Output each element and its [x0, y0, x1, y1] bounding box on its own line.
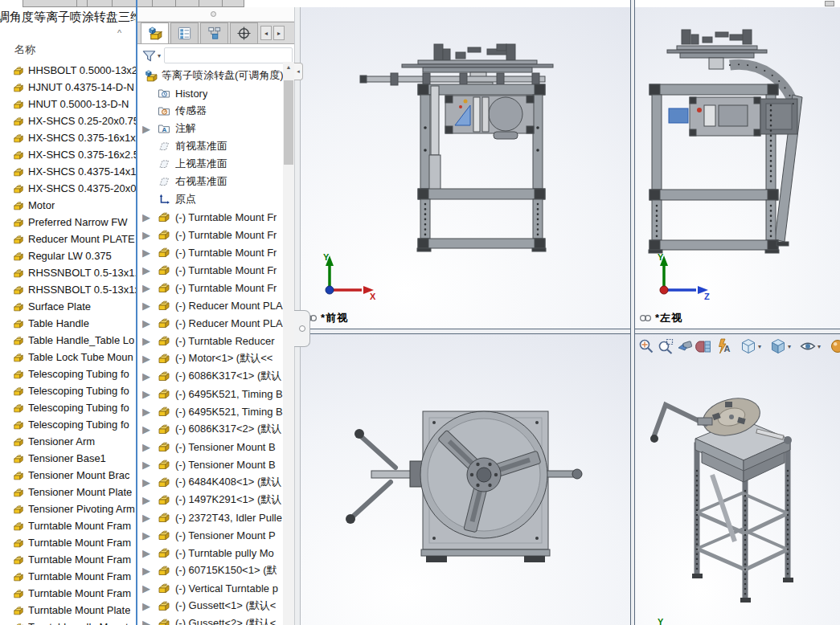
viewport-disc-view[interactable] [301, 334, 630, 625]
tree-item[interactable]: ▶ (-) 1497K291<1> (默认 [137, 491, 283, 509]
expand-arrow-icon[interactable]: ▶ [142, 388, 150, 400]
tab-scroll-right-button[interactable]: ▸ [273, 26, 285, 40]
expand-arrow-icon[interactable]: ▶ [142, 547, 150, 559]
pane-splitter-handle[interactable] [294, 310, 310, 347]
file-list-item[interactable]: Motor [0, 197, 136, 214]
panel-collapse-arrow[interactable]: ◂ [294, 63, 303, 80]
tree-item[interactable]: ▶ (-) Tensioner Mount B [137, 438, 283, 455]
display-style-icon[interactable] [768, 337, 788, 356]
file-list-item[interactable]: RHSSNBOLT 0.5-13x1.5 [0, 264, 136, 281]
file-list-item[interactable]: Table Lock Tube Moun [0, 349, 136, 366]
file-list-item[interactable]: Tensioner Arm [0, 433, 136, 450]
tree-item[interactable]: ▶ 传感器 [137, 102, 283, 120]
scrollbar-thumb[interactable] [284, 80, 293, 165]
file-list-item[interactable]: HJNUT 0.4375-14-D-N [0, 79, 136, 96]
scrollbar-up-arrow-icon[interactable]: ▲ [283, 62, 294, 73]
expand-arrow-icon[interactable]: ▶ [142, 247, 150, 259]
tree-item[interactable]: ▶ (-) Turntable Mount Fr [137, 279, 283, 296]
file-list-item[interactable]: Reducer Mount PLATE [0, 231, 136, 247]
file-list-item[interactable]: Turntable Mount Fram [0, 551, 136, 568]
viewport-isometric-view[interactable]: A ▾ ▾ ▾ [635, 334, 840, 625]
tree-item[interactable]: ▶ (-) Motor<1> (默认<< [137, 349, 283, 367]
file-list-item[interactable]: Regular LW 0.375 [0, 247, 136, 264]
expand-arrow-icon[interactable]: ▶ [142, 353, 150, 365]
zoom-to-area-icon[interactable] [656, 337, 675, 356]
hide-show-items-icon[interactable] [798, 337, 817, 356]
tree-item[interactable]: ▶ (-) Turntable Mount Fr [137, 208, 283, 226]
collapse-chevron-icon[interactable]: ^ [117, 28, 121, 38]
viewport-front-view[interactable]: Y X *前视 [301, 7, 630, 329]
tree-item[interactable]: ▶ (-) 60715K150<1> (默 [137, 562, 283, 579]
assembly-root-node[interactable]: 等离子喷涂转盘(可调角度) (默认 [137, 67, 283, 84]
tree-item[interactable]: ▶ (-) 6086K317<1> (默认 [137, 367, 283, 385]
tree-item[interactable]: ▶ (-) 2372T43, Idler Pulle [137, 509, 283, 526]
file-list-item[interactable]: Tensioner Mount Brac [0, 467, 136, 484]
tree-item[interactable]: ▶ (-) Turntable Mount Fr [137, 261, 283, 279]
panel-splitter-grip[interactable] [211, 11, 216, 17]
tab-displaymanager[interactable] [170, 22, 199, 43]
tree-item[interactable]: ▶ 上视基准面 [137, 155, 283, 173]
expand-arrow-icon[interactable]: ▶ [142, 123, 150, 135]
tree-item[interactable]: ▶ 注解 [137, 120, 283, 137]
file-list-item[interactable]: HX-SHCS 0.4375-14x1x [0, 163, 136, 180]
tab-configurationmanager[interactable] [200, 22, 228, 43]
file-list-item[interactable]: Turntable pully Mount [0, 619, 136, 625]
filter-input[interactable] [164, 47, 293, 63]
tab-scroll-left-button[interactable]: ◂ [260, 26, 272, 40]
expand-arrow-icon[interactable]: ▶ [142, 211, 150, 223]
expand-arrow-icon[interactable]: ▶ [142, 423, 150, 435]
tree-item[interactable]: ▶ (-) Turntable Mount Fr [137, 226, 283, 243]
tree-item[interactable]: ▶ (-) Turntable Mount Fr [137, 243, 283, 261]
tree-item[interactable]: ▶ History [137, 84, 283, 102]
isometric-model-drawing[interactable] [635, 334, 840, 625]
tree-item[interactable]: ▶ (-) Vertical Turntable p [137, 579, 283, 597]
tree-item[interactable]: ▶ (-) Reducer Mount PLA [137, 296, 283, 314]
tree-vertical-scrollbar[interactable]: ▲ [283, 62, 294, 625]
file-list-item[interactable]: Telescoping Tubing fo [0, 382, 136, 399]
filter-dropdown-arrow[interactable]: ▾ [158, 52, 161, 59]
expand-arrow-icon[interactable]: ▶ [142, 494, 150, 506]
expand-arrow-icon[interactable]: ▶ [142, 264, 150, 276]
file-list-item[interactable]: Turntable Mount Plate [0, 602, 136, 619]
expand-arrow-icon[interactable]: ▶ [142, 441, 150, 453]
viewport-left-view[interactable]: Y Z *左视 [635, 7, 840, 329]
name-column-header[interactable]: 名称 [14, 43, 35, 57]
tree-item[interactable]: ▶ (-) 6495K521, Timing B [137, 385, 283, 402]
disc-view-model-drawing[interactable] [301, 334, 630, 625]
expand-arrow-icon[interactable]: ▶ [142, 476, 150, 488]
file-list-item[interactable]: Preferred Narrow FW [0, 214, 136, 231]
expand-arrow-icon[interactable]: ▶ [142, 529, 150, 541]
expand-arrow-icon[interactable]: ▶ [142, 317, 150, 329]
expand-arrow-icon[interactable]: ▶ [142, 582, 150, 594]
tab-featuremanager[interactable] [141, 22, 169, 43]
tree-item[interactable]: ▶ (-) 6086K317<2> (默认 [137, 420, 283, 438]
tree-item[interactable]: ▶ (-) Tensioner Mount P [137, 526, 283, 544]
expand-arrow-icon[interactable]: ▶ [142, 459, 150, 471]
tab-dimxpertmanager[interactable] [230, 22, 258, 43]
tree-item[interactable]: ▶ (-) Turntable Reducer [137, 332, 283, 349]
expand-arrow-icon[interactable]: ▶ [142, 565, 150, 577]
file-list-item[interactable]: HNUT 0.5000-13-D-N [0, 96, 136, 112]
file-list-item[interactable]: Table Handle [0, 315, 136, 332]
filter-funnel-icon[interactable] [141, 48, 157, 63]
file-list-item[interactable]: Turntable Mount Fram [0, 534, 136, 551]
tree-item[interactable]: ▶ (-) Gussett<2> (默认< [137, 615, 283, 625]
file-list-item[interactable]: Tensioner Mount Plate [0, 484, 136, 500]
hide-show-dropdown-arrow[interactable]: ▾ [817, 343, 821, 350]
tree-item[interactable]: ▶ (-) Turntable pully Mo [137, 544, 283, 562]
file-list-item[interactable]: Turntable Mount Fram [0, 585, 136, 602]
file-list-item[interactable]: Telescoping Tubing fo [0, 416, 136, 433]
file-list-item[interactable]: Telescoping Tubing fo [0, 366, 136, 382]
expand-arrow-icon[interactable]: ▶ [142, 618, 150, 625]
viewport-vertical-splitter[interactable] [630, 0, 635, 625]
edit-appearance-icon[interactable] [828, 337, 840, 356]
view-orientation-dropdown-arrow[interactable]: ▾ [758, 343, 761, 350]
file-list-item[interactable]: RHSSNBOLT 0.5-13x1x [0, 281, 136, 298]
file-list-item[interactable]: Turntable Mount Fram [0, 517, 136, 534]
expand-arrow-icon[interactable]: ▶ [142, 406, 150, 418]
display-style-dropdown-arrow[interactable]: ▾ [788, 343, 791, 350]
file-list-item[interactable]: Table Handle_Table Lo [0, 332, 136, 349]
expand-arrow-icon[interactable]: ▶ [142, 229, 150, 241]
expand-arrow-icon[interactable]: ▶ [142, 512, 150, 524]
section-view-icon[interactable] [695, 337, 714, 356]
